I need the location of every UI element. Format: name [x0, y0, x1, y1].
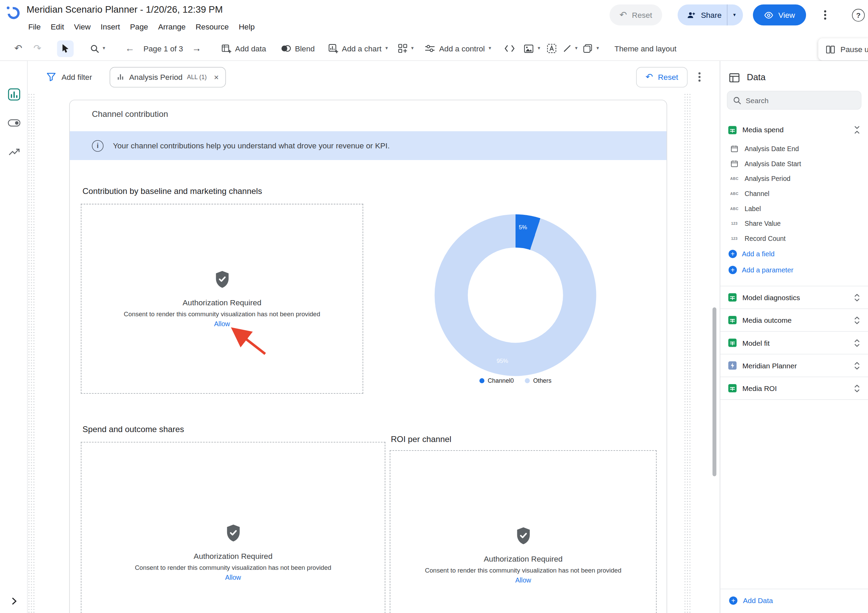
redo-button[interactable]: ↷ [33, 44, 41, 53]
legend-dot [525, 378, 530, 383]
data-panel-title: Data [747, 73, 766, 82]
eye-icon [764, 10, 773, 20]
chevron-right-icon [10, 597, 18, 605]
help-button[interactable]: ? [852, 9, 865, 21]
field-row[interactable]: ABC Label [720, 201, 868, 216]
text-tool-button[interactable] [547, 44, 556, 53]
calendar-icon [730, 145, 739, 152]
unfold-more-icon[interactable] [854, 362, 860, 370]
source-model-fit[interactable]: Model fit [720, 332, 868, 354]
filter-bar-more-button[interactable] [695, 68, 704, 85]
info-banner: i Your channel contributions help you un… [70, 131, 666, 160]
rail-expand-button[interactable] [0, 597, 28, 605]
auth-box-roi[interactable]: Authorization Required Consent to render… [390, 450, 657, 613]
select-tool-button[interactable] [57, 40, 73, 57]
unfold-more-icon[interactable] [854, 384, 860, 392]
auth-box-contribution[interactable]: Authorization Required Consent to render… [81, 204, 363, 394]
source-media-outcome[interactable]: Media outcome [720, 309, 868, 332]
source-model-diagnostics[interactable]: Model diagnostics [720, 286, 868, 309]
unfold-more-icon[interactable] [854, 316, 860, 324]
pause-updates-button[interactable]: Pause u [818, 38, 868, 61]
field-row[interactable]: 123 Record Count [720, 231, 868, 246]
allow-link[interactable]: Allow [515, 576, 531, 584]
add-data-footer-button[interactable]: + Add Data [729, 597, 859, 605]
line-tool-button[interactable]: ▾ [563, 44, 578, 53]
auth-box-spend[interactable]: Authorization Required Consent to render… [81, 442, 385, 613]
rail-chart-panel-button[interactable] [0, 80, 28, 109]
allow-link[interactable]: Allow [225, 574, 241, 582]
add-control-icon [425, 44, 436, 53]
plus-icon: + [728, 266, 737, 274]
looker-studio-logo[interactable] [5, 5, 20, 20]
add-control-button[interactable]: Add a control ▾ [425, 44, 491, 53]
menu-item-resource[interactable]: Resource [191, 20, 234, 33]
blend-icon [281, 44, 291, 53]
source-media-spend[interactable]: Media spend [720, 119, 868, 141]
community-viz-button[interactable]: ▾ [398, 44, 414, 53]
theme-layout-button[interactable]: Theme and layout [615, 44, 677, 53]
canvas-grid-dots-right [684, 93, 691, 613]
page-indicator[interactable]: Page 1 of 3 [144, 44, 183, 53]
field-row[interactable]: ABC Channel [720, 186, 868, 201]
page-back-button[interactable]: ← [125, 44, 134, 53]
image-tool-button[interactable]: ▾ [524, 44, 540, 53]
field-row[interactable]: ABC Analysis Period [720, 171, 868, 186]
data-search-box[interactable] [727, 91, 862, 110]
filter-chip-analysis-period[interactable]: Analysis Period ALL (1) × [110, 67, 226, 87]
sheets-icon [728, 126, 737, 134]
embed-button[interactable] [505, 45, 515, 52]
collapse-icon[interactable] [854, 126, 860, 134]
rail-trend-panel-button[interactable] [0, 137, 28, 166]
rail-control-panel-button[interactable] [0, 109, 28, 137]
field-row[interactable]: 123 Share Value [720, 216, 868, 231]
source-meridian-planner[interactable]: Meridian Planner [720, 354, 868, 377]
page-section-title: Channel contribution [92, 109, 168, 118]
zoom-tool-button[interactable]: ▾ [90, 44, 105, 53]
menu-item-help[interactable]: Help [234, 20, 260, 33]
add-field-button[interactable]: + Add a field [720, 246, 868, 262]
filter-reset-button[interactable]: ↶ Reset [636, 67, 687, 87]
shield-check-icon [515, 527, 532, 545]
menu-item-edit[interactable]: Edit [46, 20, 69, 33]
menu-item-page[interactable]: Page [125, 20, 153, 33]
donut-chart-container: 5% 95% [435, 214, 596, 376]
unfold-more-icon[interactable] [854, 338, 860, 347]
blend-button[interactable]: Blend [281, 44, 315, 53]
donut-slice-label: 5% [519, 224, 527, 230]
search-input[interactable] [746, 96, 855, 104]
source-media-roi[interactable]: Media ROI [720, 377, 868, 400]
add-parameter-button[interactable]: + Add a parameter [720, 262, 868, 278]
menu-bar: File Edit View Insert Page Arrange Resou… [23, 20, 260, 33]
share-button[interactable]: Share ▾ [677, 5, 743, 25]
toggle-icon [8, 119, 20, 127]
add-filter-button[interactable]: Add filter [46, 73, 92, 82]
legend-dot [480, 378, 485, 383]
add-chart-button[interactable]: Add a chart ▾ [328, 43, 388, 53]
menu-item-arrange[interactable]: Arrange [153, 20, 191, 33]
page-forward-button[interactable]: → [192, 44, 201, 53]
menu-item-view[interactable]: View [69, 20, 96, 33]
chevron-down-icon: ▾ [733, 12, 735, 17]
unfold-more-icon[interactable] [854, 293, 860, 301]
auth-title: Authorization Required [484, 554, 563, 563]
shape-tool-button[interactable]: ▾ [583, 44, 599, 53]
close-icon[interactable]: × [214, 73, 219, 81]
share-dropdown-button[interactable]: ▾ [727, 5, 743, 25]
header-reset-button[interactable]: ↶ Reset [609, 5, 662, 25]
arrow-left-icon: ← [125, 44, 134, 53]
undo-button[interactable]: ↶ [14, 44, 22, 53]
field-row[interactable]: Analysis Date Start [720, 156, 868, 171]
header-more-options-button[interactable] [819, 5, 831, 24]
text-field-icon: ABC [730, 177, 739, 181]
sheets-icon [728, 384, 737, 393]
annotation-arrow [227, 324, 274, 359]
field-row[interactable]: Analysis Date End [720, 141, 868, 156]
menu-item-file[interactable]: File [23, 20, 46, 33]
add-data-button[interactable]: Add data [221, 43, 266, 53]
menu-item-insert[interactable]: Insert [96, 20, 125, 33]
view-button[interactable]: View [753, 5, 806, 25]
undo-icon: ↶ [620, 11, 627, 20]
canvas-scrollbar[interactable] [713, 307, 716, 476]
auth-message: Consent to render this community visuali… [135, 564, 331, 571]
report-title[interactable]: Meridian Scenario Planner - 1/20/26, 12:… [27, 5, 223, 16]
